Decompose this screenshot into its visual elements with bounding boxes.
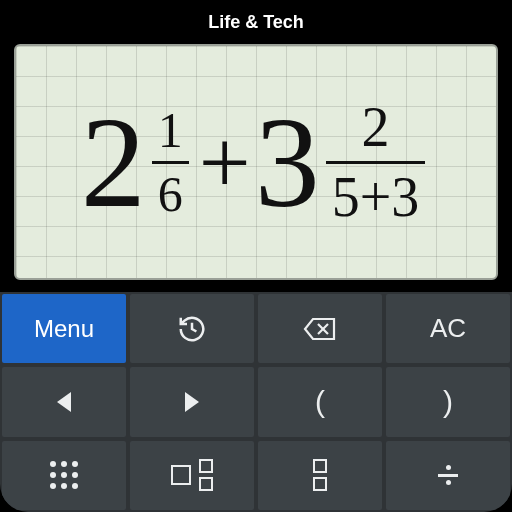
expression: 2 1 6 + 3 2 5+3 <box>81 97 431 227</box>
backspace-icon <box>303 316 337 342</box>
history-icon <box>177 314 207 344</box>
term1-whole: 2 <box>81 97 146 227</box>
term2-whole: 3 <box>255 97 320 227</box>
divide-icon <box>436 463 460 487</box>
term1-fraction: 1 6 <box>152 104 189 220</box>
app-title: Life & Tech <box>208 12 304 33</box>
calculator-display: 2 1 6 + 3 2 5+3 <box>14 44 498 280</box>
fraction-bar <box>326 161 426 164</box>
term1-denominator: 6 <box>152 168 189 221</box>
mixed-fraction-icon <box>313 459 327 491</box>
triangle-right-icon <box>185 392 199 412</box>
app-header: Life & Tech <box>0 0 512 44</box>
fraction-icon <box>171 459 213 491</box>
fraction-bar <box>152 161 189 164</box>
menu-button[interactable]: Menu <box>2 294 126 363</box>
triangle-left-icon <box>57 392 71 412</box>
history-button[interactable] <box>130 294 254 363</box>
term2-denominator: 5+3 <box>326 168 426 227</box>
all-clear-button[interactable]: AC <box>386 294 510 363</box>
right-paren-button[interactable]: ) <box>386 367 510 436</box>
backspace-button[interactable] <box>258 294 382 363</box>
cursor-left-button[interactable] <box>2 367 126 436</box>
left-paren-button[interactable]: ( <box>258 367 382 436</box>
keypad: Menu AC <box>0 292 512 512</box>
term2-fraction: 2 5+3 <box>326 98 426 227</box>
divide-button[interactable] <box>386 441 510 510</box>
grid-icon <box>50 461 78 489</box>
cursor-right-button[interactable] <box>130 367 254 436</box>
apps-button[interactable] <box>2 441 126 510</box>
term1-numerator: 1 <box>152 104 189 157</box>
operator-plus: + <box>199 116 251 208</box>
mixed-fraction-button[interactable] <box>258 441 382 510</box>
fraction-button[interactable] <box>130 441 254 510</box>
term2-numerator: 2 <box>355 98 395 157</box>
